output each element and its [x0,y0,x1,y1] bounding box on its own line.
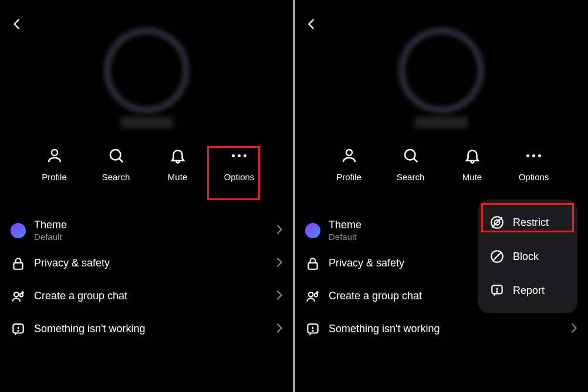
chevron-right-icon [276,323,283,336]
profile-action[interactable]: Profile [31,145,78,182]
avatar[interactable] [403,32,479,109]
chevron-right-icon [276,224,283,237]
restrict-icon [489,215,505,230]
profile-icon [46,145,63,166]
working-title: Something isn't working [34,323,276,336]
svg-point-7 [346,150,352,156]
block-icon [489,249,505,264]
options-action[interactable]: Options [511,145,557,182]
profile-icon [340,145,358,166]
group-row[interactable]: Create a group chat [11,280,283,313]
username-blur [415,117,468,129]
theme-sub: Default [34,232,276,242]
chevron-right-icon [570,323,577,336]
svg-rect-2 [13,263,22,269]
svg-rect-9 [308,263,317,269]
back-button[interactable] [11,18,23,33]
svg-point-3 [14,292,19,297]
lock-icon [305,256,329,271]
svg-point-11 [315,293,317,296]
search-icon [107,145,125,166]
svg-point-10 [309,292,313,297]
privacy-title: Privacy & safety [34,257,276,270]
chevron-right-icon [276,257,283,270]
svg-point-6 [18,330,18,331]
panel-left: Profile Search Mute Options [0,0,293,392]
mute-action[interactable]: Mute [449,145,496,182]
working-title: Something isn't working [329,323,570,336]
ellipsis-icon [526,145,541,166]
mute-action[interactable]: Mute [154,145,201,182]
options-label: Options [224,172,255,182]
lock-icon [11,256,34,271]
search-icon [402,145,420,166]
ellipsis-icon [232,145,246,166]
theme-row[interactable]: Theme Default [11,214,283,247]
options-action[interactable]: Options [216,145,263,182]
profile-label: Profile [336,172,361,182]
profile-label: Profile [42,172,67,182]
svg-point-0 [52,150,58,156]
panel-right: Profile Search Mute Options [295,0,588,392]
report-chat-icon [489,283,505,298]
theme-icon [11,223,34,238]
options-popup: Restrict Block Report [478,200,577,313]
bell-icon [464,145,481,166]
report-icon [11,322,34,337]
block-item[interactable]: Block [478,239,577,273]
group-add-icon [305,289,329,304]
report-icon [305,322,329,337]
avatar[interactable] [109,32,185,109]
report-label: Report [513,285,545,297]
bell-icon [169,145,187,166]
block-label: Block [513,251,539,263]
privacy-row[interactable]: Privacy & safety [11,247,283,280]
back-button[interactable] [305,18,318,33]
working-row[interactable]: Something isn't working [305,313,577,346]
svg-point-18 [496,292,497,292]
working-row[interactable]: Something isn't working [11,313,283,346]
svg-point-4 [20,293,23,296]
mute-label: Mute [462,172,482,182]
options-label: Options [519,172,549,182]
group-add-icon [11,289,34,304]
restrict-item[interactable]: Restrict [478,205,577,239]
search-action[interactable]: Search [387,145,434,182]
search-action[interactable]: Search [93,145,140,182]
profile-action[interactable]: Profile [326,145,373,182]
restrict-label: Restrict [513,217,549,229]
svg-point-13 [312,330,313,331]
report-item[interactable]: Report [478,273,577,307]
theme-title: Theme [34,219,276,232]
group-title: Create a group chat [34,290,276,303]
theme-icon [305,223,329,238]
username-blur [120,117,173,129]
mute-label: Mute [168,172,187,182]
search-label: Search [102,172,130,182]
chevron-right-icon [276,290,283,303]
svg-point-8 [405,150,415,160]
svg-point-1 [110,150,121,160]
search-label: Search [397,172,425,182]
